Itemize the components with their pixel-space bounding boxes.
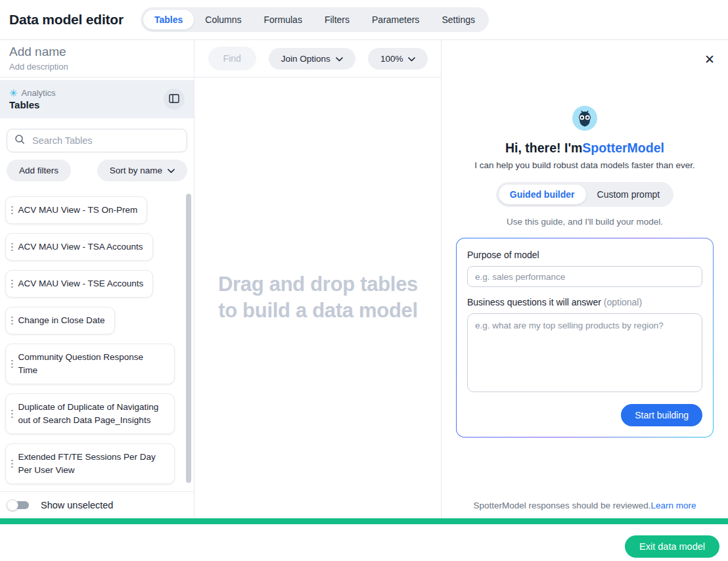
optional-hint: (optional) — [601, 297, 642, 307]
tab-formulas[interactable]: Formulas — [253, 10, 313, 30]
table-name: Change in Close Date — [18, 314, 105, 327]
canvas-empty-placeholder: Drag and drop tables to build a data mod… — [195, 271, 441, 324]
drag-handle-icon[interactable] — [11, 410, 13, 418]
sort-by-dropdown[interactable]: Sort by name — [97, 160, 187, 181]
bottom-bar: Exit data model — [0, 524, 728, 561]
zoom-level-dropdown[interactable]: 100% — [368, 48, 428, 70]
search-tables-box[interactable] — [7, 129, 187, 152]
close-panel-button[interactable]: ✕ — [702, 51, 717, 68]
progress-bar — [0, 518, 728, 524]
table-chip[interactable]: Extended FT/TE Sessions Per Day Per User… — [5, 443, 175, 484]
data-source-info: ✳ Analytics Tables — [9, 88, 56, 110]
connection-row: ✳ Analytics — [9, 88, 56, 98]
purpose-label: Purpose of model — [467, 250, 702, 260]
add-filters-button[interactable]: Add filters — [7, 160, 71, 181]
learn-more-link[interactable]: Learn more — [651, 501, 696, 510]
drag-handle-icon[interactable] — [11, 206, 13, 215]
list-scrollbar[interactable] — [186, 194, 191, 483]
chevron-down-icon — [336, 54, 343, 64]
data-source-block: ✳ Analytics Tables — [0, 80, 194, 118]
table-chip[interactable]: Community Question Response Time — [5, 344, 175, 384]
assistant-disclaimer: SpotterModel responses should be reviewe… — [442, 501, 728, 510]
tab-tables[interactable]: Tables — [143, 10, 194, 30]
tab-guided-builder[interactable]: Guided builder — [499, 185, 586, 204]
sort-by-label: Sort by name — [110, 166, 162, 175]
source-section-title: Tables — [9, 99, 56, 110]
guided-builder-card: Purpose of model Business questions it w… — [456, 238, 714, 438]
split-panel-icon — [169, 94, 179, 105]
model-name-section: Add name Add description — [0, 40, 194, 78]
table-chip[interactable]: ACV MAU View - TSA Accounts — [5, 233, 153, 261]
find-button[interactable]: Find — [208, 47, 256, 70]
chevron-down-icon — [408, 54, 415, 64]
search-tables-input[interactable] — [31, 135, 179, 146]
questions-label: Business questions it will answer (optio… — [467, 297, 702, 307]
model-canvas[interactable]: Find Join Options 100% Drag and drop tab… — [195, 40, 441, 518]
assistant-name: SpotterModel — [582, 141, 664, 155]
collapse-panel-button[interactable] — [164, 89, 185, 110]
tab-custom-prompt[interactable]: Custom prompt — [586, 185, 671, 204]
tab-parameters[interactable]: Parameters — [361, 10, 430, 30]
editor-tab-group: Tables Columns Formulas Filters Paramete… — [141, 7, 489, 32]
table-name: Community Question Response Time — [18, 351, 166, 377]
page-title: Data model editor — [9, 12, 124, 28]
table-list: ACV MAU View - TS On-Prem ACV MAU View -… — [0, 189, 194, 491]
tab-filters[interactable]: Filters — [313, 10, 361, 30]
connection-name: Analytics — [22, 88, 56, 98]
drag-handle-icon[interactable] — [11, 317, 13, 325]
show-unselected-label: Show unselected — [41, 500, 113, 510]
drag-handle-icon[interactable] — [11, 280, 13, 288]
table-name: Extended FT/TE Sessions Per Day Per User… — [18, 451, 166, 477]
card-actions: Start building — [467, 404, 702, 426]
exit-data-model-button[interactable]: Exit data model — [625, 535, 719, 558]
drag-handle-icon[interactable] — [11, 460, 13, 468]
show-unselected-toggle[interactable] — [7, 499, 30, 511]
spotter-assistant-panel: ✕ Hi, there! I'mSpotterModel I can help … — [441, 40, 728, 518]
show-unselected-row: Show unselected — [0, 491, 194, 518]
start-building-button[interactable]: Start building — [621, 404, 702, 426]
table-name: Duplicate of Duplicate of Navigating out… — [18, 401, 166, 427]
table-chip[interactable]: ACV MAU View - TS On-Prem — [5, 196, 147, 224]
tab-settings[interactable]: Settings — [430, 10, 486, 30]
table-name: ACV MAU View - TSE Accounts — [18, 277, 144, 290]
assistant-greeting: Hi, there! I'mSpotterModel — [442, 141, 728, 156]
snowflake-icon: ✳ — [9, 88, 18, 98]
join-options-label: Join Options — [281, 54, 330, 64]
chevron-down-icon — [168, 166, 175, 175]
guide-helper-text: Use this guide, and I'll build your mode… — [442, 217, 728, 227]
data-model-editor: Data model editor Tables Columns Formula… — [0, 0, 728, 561]
table-chip[interactable]: ACV MAU View - TSE Accounts — [5, 270, 153, 298]
table-chip[interactable]: Duplicate of Duplicate of Navigating out… — [5, 393, 175, 434]
add-description-field[interactable]: Add description — [9, 62, 185, 72]
add-name-field[interactable]: Add name — [9, 45, 185, 59]
table-name: ACV MAU View - TS On-Prem — [18, 204, 138, 217]
tab-columns[interactable]: Columns — [194, 10, 252, 30]
drag-handle-icon[interactable] — [11, 360, 13, 369]
join-options-dropdown[interactable]: Join Options — [269, 48, 355, 70]
tables-sidebar: Add name Add description ✳ Analytics Tab… — [0, 40, 194, 518]
spotter-owl-avatar — [572, 106, 597, 131]
assistant-subtitle: I can help you build robust data models … — [442, 160, 728, 170]
drag-handle-icon[interactable] — [11, 243, 13, 252]
canvas-toolbar: Find Join Options 100% — [195, 40, 441, 78]
assistant-tab-group: Guided builder Custom prompt — [496, 182, 673, 207]
table-name: ACV MAU View - TSA Accounts — [18, 240, 143, 254]
table-chip[interactable]: Change in Close Date — [5, 307, 115, 334]
list-controls-row: Add filters Sort by name — [7, 160, 187, 181]
questions-textarea[interactable] — [467, 313, 702, 392]
search-icon — [14, 134, 25, 147]
zoom-level-value: 100% — [380, 54, 403, 64]
purpose-input[interactable] — [467, 266, 702, 287]
top-header: Data model editor Tables Columns Formula… — [0, 0, 728, 40]
